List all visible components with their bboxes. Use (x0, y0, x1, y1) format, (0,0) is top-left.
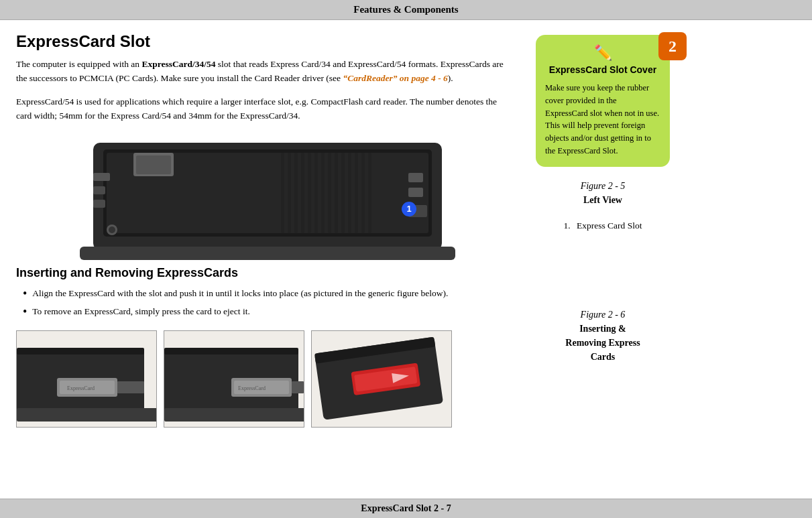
svg-rect-8 (136, 155, 171, 174)
laptop-badge-1: 1 (402, 202, 416, 216)
intro-paragraph-2: ExpressCard/54 is used for applications … (16, 95, 512, 123)
svg-rect-35 (117, 381, 144, 393)
figure6-caption: Figure 2 - 6 Inserting & Removing Expres… (565, 308, 640, 364)
svg-rect-23 (408, 173, 423, 182)
card-svg-1: ExpressCard (17, 331, 157, 428)
card-image-3 (311, 330, 452, 428)
figure6-label-bold2: Removing Express (565, 336, 640, 350)
svg-text:ExpressCard: ExpressCard (238, 385, 266, 391)
figure5-item1-text: Express Card Slot (577, 220, 642, 231)
svg-rect-5 (93, 186, 105, 194)
svg-point-27 (109, 226, 115, 233)
figure5-caption: Figure 2 - 5 Left View (581, 179, 626, 207)
intro-text-end: ). (448, 73, 453, 83)
laptop-image-container: 1 (16, 133, 512, 266)
svg-rect-16 (328, 153, 331, 233)
laptop-image (66, 133, 462, 263)
intro-text-before: The computer is equipped with an (16, 59, 141, 69)
footer-label: ExpressCard Slot 2 - 7 (361, 503, 451, 513)
infobox-text: Make sure you keep the rubber cover prov… (545, 82, 660, 157)
card-image-2: ExpressCard (164, 330, 304, 428)
svg-rect-24 (408, 188, 423, 197)
card-images-row: ExpressCard ExpressCard (16, 330, 512, 428)
pencil-icon: ✏️ (545, 44, 660, 62)
svg-rect-18 (341, 153, 345, 233)
intro-paragraph-1: The computer is equipped with an Express… (16, 58, 512, 86)
svg-rect-9 (281, 153, 284, 233)
card-svg-3 (312, 331, 452, 428)
svg-rect-20 (355, 153, 358, 233)
svg-rect-21 (361, 153, 365, 233)
svg-rect-2 (80, 247, 455, 260)
intro-bold: ExpressCard/34/54 (141, 59, 215, 69)
svg-text:ExpressCard: ExpressCard (67, 385, 95, 391)
figure6-label-bold1: Inserting & (565, 322, 640, 336)
card-image-1: ExpressCard (16, 330, 157, 428)
figure6-label-italic: Figure 2 - 6 (565, 308, 640, 322)
svg-rect-14 (314, 153, 318, 233)
express-card-note: 1. Express Card Slot (564, 219, 642, 233)
svg-rect-15 (321, 153, 325, 233)
page-title: ExpressCard Slot (16, 32, 512, 51)
svg-rect-6 (93, 200, 105, 208)
svg-rect-11 (294, 153, 298, 233)
section-title: Inserting and Removing ExpressCards (16, 266, 512, 280)
svg-rect-38 (164, 348, 298, 354)
svg-rect-13 (308, 153, 311, 233)
main-content: ExpressCard Slot The computer is equippe… (0, 20, 812, 434)
footer-bar: ExpressCard Slot 2 - 7 (0, 499, 812, 518)
svg-rect-19 (348, 153, 351, 233)
chapter-badge: 2 (658, 32, 687, 60)
figure5-label-bold: Left View (581, 193, 626, 207)
infobox-title: ExpressCard Slot Cover (545, 64, 660, 75)
intro-link[interactable]: “CardReader” on page 4 - 6 (343, 73, 447, 83)
svg-rect-12 (301, 153, 304, 233)
header-bar: Features & Components (0, 0, 812, 20)
svg-rect-10 (288, 153, 291, 233)
right-column: 2 ✏️ ExpressCard Slot Cover Make sure yo… (526, 32, 680, 428)
figure5-item1-num: 1. (564, 220, 571, 231)
svg-rect-4 (93, 173, 110, 181)
figure6-label-bold3: Cards (565, 350, 640, 364)
list-item: Align the ExpressCard with the slot and … (23, 287, 512, 302)
card-svg-2: ExpressCard (164, 331, 304, 428)
svg-rect-39 (164, 408, 304, 422)
svg-rect-17 (335, 153, 338, 233)
svg-rect-31 (17, 408, 157, 422)
header-title: Features & Components (353, 4, 458, 15)
bullet-list: Align the ExpressCard with the slot and … (16, 287, 512, 320)
svg-rect-22 (368, 153, 371, 233)
figure5-label-italic: Figure 2 - 5 (581, 179, 626, 193)
svg-rect-30 (17, 348, 144, 354)
svg-rect-43 (292, 381, 304, 393)
info-box: ✏️ ExpressCard Slot Cover Make sure you … (536, 35, 670, 167)
left-column: ExpressCard Slot The computer is equippe… (16, 32, 512, 428)
list-item: To remove an ExpressCard, simply press t… (23, 305, 512, 320)
